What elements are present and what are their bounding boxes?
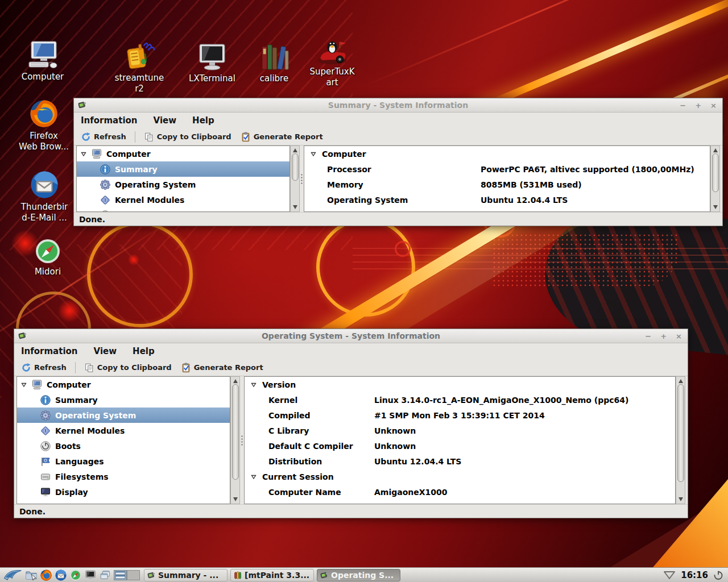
copy-to-clipboard-button[interactable]: Copy to Clipboard (140, 131, 235, 143)
tree-item-boots[interactable]: Boots (77, 207, 289, 212)
desktop-icon-midori[interactable]: Midori (19, 238, 76, 277)
close-button[interactable]: × (676, 332, 682, 340)
menu-button[interactable] (2, 568, 24, 582)
tree-item-computer[interactable]: Computer (17, 377, 230, 392)
scroll-up-arrow[interactable] (293, 148, 297, 152)
taskbar-button-operating-system[interactable]: Operating S... (317, 569, 400, 581)
info-row-compiled[interactable]: Compiled #1 SMP Mon Feb 3 15:39:11 CET 2… (245, 408, 675, 423)
info-row-memory[interactable]: Memory 8085MB (531MB used) (304, 177, 710, 192)
file-manager-launcher[interactable] (24, 568, 39, 582)
tree-item-languages[interactable]: Languages (17, 454, 230, 469)
tree-item-summary[interactable]: Summary (17, 392, 230, 408)
section-header-computer[interactable]: Computer (304, 146, 710, 161)
pane-splitter[interactable] (300, 146, 304, 212)
maximize-button[interactable]: + (695, 102, 701, 109)
taskbar-button-mtpaint[interactable]: [mtPaint 3.3... (230, 569, 314, 581)
summary-titlebar[interactable]: Summary - System Information − + × (74, 98, 722, 113)
os-titlebar[interactable]: Operating System - System Information − … (14, 329, 688, 343)
close-button[interactable]: × (710, 102, 717, 109)
desktop-icon-calibre[interactable]: calibre (246, 43, 303, 84)
desktop-icon-streamtuner2[interactable]: streamtune r2 (111, 40, 168, 94)
tree-item-kernel-modules[interactable]: Kernel Modules (17, 423, 230, 438)
generate-report-button[interactable]: Generate Report (237, 131, 326, 143)
desktop-icon-supertuxkart[interactable]: SuperTuxK art (304, 36, 361, 88)
section-header-version[interactable]: Version (245, 377, 675, 392)
scrollbar-thumb[interactable] (292, 153, 299, 181)
tree-scrollbar[interactable] (290, 146, 300, 212)
scroll-up-arrow[interactable] (679, 379, 683, 383)
menu-help[interactable]: Help (191, 114, 216, 127)
scroll-down-arrow[interactable] (293, 205, 297, 210)
scrollbar-thumb[interactable] (677, 384, 684, 482)
tree-item-boots[interactable]: Boots (17, 438, 230, 454)
network-status-icon[interactable] (663, 570, 676, 580)
info-row-operating-system[interactable]: Operating System Ubuntu 12.04.4 LTS (304, 192, 710, 207)
scrollbar-thumb[interactable] (232, 384, 239, 480)
scroll-down-arrow[interactable] (233, 497, 238, 502)
menu-help[interactable]: Help (131, 345, 156, 357)
desktop-icon-computer[interactable]: Computer (14, 40, 71, 82)
tree-item-operating-system[interactable]: Operating System (77, 177, 289, 192)
tree-item-kernel-modules[interactable]: Kernel Modules (77, 192, 289, 207)
info-row-computer-name[interactable]: Computer Name AmigaoneX1000 (245, 484, 675, 500)
refresh-button[interactable]: Refresh (18, 361, 70, 374)
desktop-icon-thunderbird[interactable]: Thunderbir d-E-Mail ... (16, 169, 73, 223)
info-row-distribution[interactable]: Distribution Ubuntu 12.04.4 LTS (245, 454, 675, 469)
expander-icon[interactable] (250, 474, 257, 480)
expander-icon[interactable] (20, 382, 27, 388)
report-label: Generate Report (194, 363, 263, 372)
desktop-pager[interactable] (113, 568, 141, 582)
panel-scrollbar[interactable] (676, 376, 685, 504)
refresh-button[interactable]: Refresh (77, 131, 130, 143)
menu-information[interactable]: Information (20, 345, 79, 357)
tree-scrollbar[interactable] (230, 376, 240, 504)
info-row-processor[interactable]: Processor PowerPC PA6T, altivec supporte… (304, 161, 710, 177)
menu-information[interactable]: Information (80, 114, 139, 127)
power-button-icon[interactable] (713, 570, 723, 580)
minimize-button[interactable]: − (680, 102, 686, 109)
scroll-down-arrow[interactable] (679, 497, 683, 502)
info-icon (40, 394, 51, 406)
thunderbird-launcher[interactable] (53, 568, 68, 582)
desktop-icon-lxterminal[interactable]: LXTerminal (184, 43, 241, 84)
window-title: Operating System - System Information (14, 331, 688, 340)
copy-to-clipboard-button[interactable]: Copy to Clipboard (81, 361, 175, 374)
window-content: Computer Summary Operating System Kernel… (74, 146, 722, 212)
minimize-button[interactable]: − (645, 332, 651, 340)
section-title: Current Session (262, 472, 334, 481)
info-label: C Library (245, 426, 374, 435)
expander-icon[interactable] (250, 382, 257, 388)
maximize-button[interactable]: + (660, 332, 667, 340)
tree-item-display[interactable]: Display (17, 484, 230, 500)
pane-splitter[interactable] (240, 376, 244, 504)
taskbar-button-summary[interactable]: Summary - ... (144, 569, 228, 581)
diamond-icon (100, 194, 111, 206)
tree-item-summary[interactable]: Summary (77, 161, 289, 177)
midori-launcher[interactable] (68, 568, 83, 582)
scrollbar-thumb[interactable] (712, 153, 719, 192)
tree-item-operating-system[interactable]: Operating System (17, 408, 230, 423)
menu-view[interactable]: View (152, 114, 178, 127)
scroll-down-arrow[interactable] (713, 205, 718, 210)
report-icon (181, 363, 191, 373)
info-row-c-library[interactable]: C Library Unknown (245, 423, 675, 438)
section-header-current-session[interactable]: Current Session (245, 469, 675, 484)
expander-icon[interactable] (310, 151, 317, 157)
scroll-up-arrow[interactable] (713, 148, 718, 152)
iconify-all-windows-button[interactable] (98, 568, 113, 582)
taskbar-clock[interactable]: 16:16 (681, 570, 708, 580)
menu-view[interactable]: View (93, 345, 118, 357)
tree-item-computer[interactable]: Computer (77, 146, 289, 161)
desktop-icon-firefox[interactable]: Firefox Web Brow... (15, 98, 72, 152)
info-row-kernel[interactable]: Kernel Linux 3.14.0-rc1_A-EON_AmigaOne_X… (245, 392, 675, 408)
expander-icon[interactable] (80, 151, 87, 157)
tree-item-filesystems[interactable]: Filesystems (17, 469, 230, 484)
panel-scrollbar[interactable] (710, 146, 720, 212)
screen-launcher[interactable] (83, 568, 98, 582)
firefox-launcher[interactable] (39, 568, 53, 582)
generate-report-button[interactable]: Generate Report (177, 361, 267, 374)
info-row-default-c-compiler[interactable]: Default C Compiler Unknown (245, 438, 675, 454)
mtpaint-icon (234, 571, 242, 579)
info-value: AmigaoneX1000 (374, 488, 448, 497)
scroll-up-arrow[interactable] (233, 379, 238, 383)
